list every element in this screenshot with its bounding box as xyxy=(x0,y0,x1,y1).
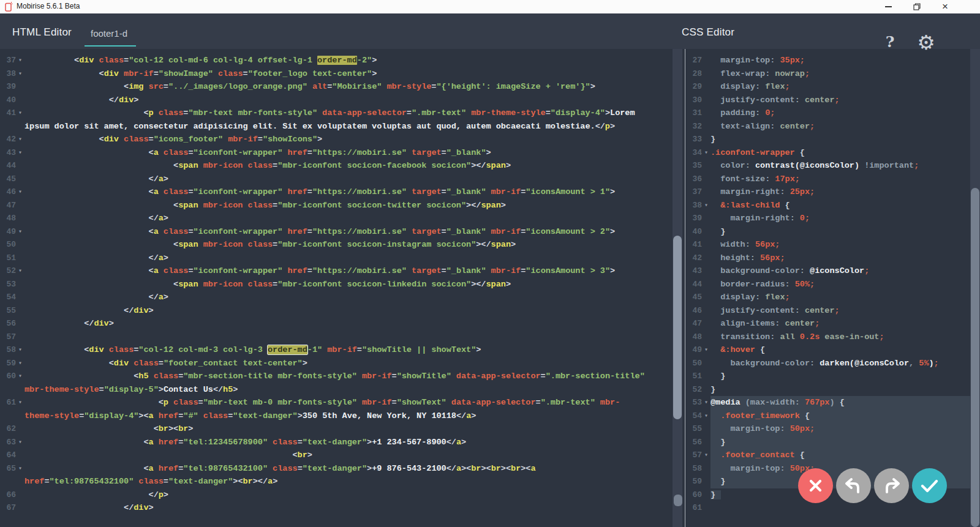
code-line[interactable]: 44 border-radius: 50%; xyxy=(686,278,971,291)
code-line[interactable]: 38▾ <div mbr-if="showImage" class="foote… xyxy=(0,67,665,81)
fold-arrow-icon[interactable]: ▾ xyxy=(16,396,24,422)
fold-arrow-icon[interactable]: ▾ xyxy=(702,146,710,160)
code-line[interactable]: 49▾ &:hover { xyxy=(686,343,971,357)
code-line[interactable]: 59▾ <div class="footer_contact text-cent… xyxy=(0,357,665,370)
code-line[interactable]: 50 <span mbr-icon class="mbr-iconfont so… xyxy=(0,238,665,252)
code-line[interactable]: 41▾ <p class="mbr-text mbr-fonts-style" … xyxy=(0,107,665,133)
code-line[interactable]: 32 text-align: center; xyxy=(686,120,971,133)
code-line[interactable]: 48 transition: all 0.2s ease-in-out; xyxy=(686,331,971,344)
code-line[interactable]: 46 justify-content: center; xyxy=(686,304,971,318)
fold-arrow-icon[interactable]: ▾ xyxy=(702,199,710,212)
fold-arrow-icon[interactable]: ▾ xyxy=(16,133,24,146)
code-line[interactable]: 46▾ <a class="iconfont-wrapper" href="ht… xyxy=(0,185,665,199)
fold-arrow-icon[interactable]: ▾ xyxy=(16,54,24,67)
code-text: </a> xyxy=(24,212,647,225)
close-button[interactable]: × xyxy=(935,0,956,13)
fold-arrow-icon[interactable]: ▾ xyxy=(16,343,24,357)
redo-button[interactable] xyxy=(874,468,909,503)
fold-arrow-icon[interactable]: ▾ xyxy=(16,436,24,449)
code-line[interactable]: 55 margin-top: 50px; xyxy=(686,422,971,436)
css-code-editor[interactable]: 27 margin-top: 35px;28 flex-wrap: nowrap… xyxy=(686,49,971,527)
code-line[interactable]: 36 font-size: 17px; xyxy=(686,173,971,186)
code-line[interactable]: 39 margin-right: 0; xyxy=(686,212,971,225)
fold-arrow-icon[interactable]: ▾ xyxy=(702,343,710,357)
code-line[interactable]: 54▾ .footer_timework { xyxy=(686,409,971,423)
code-line[interactable]: 52} xyxy=(686,383,971,397)
code-line[interactable]: 37 margin-right: 25px; xyxy=(686,185,971,199)
apply-button[interactable] xyxy=(912,468,947,503)
code-line[interactable]: 42▾ <div class="icons_footer" mbr-if="sh… xyxy=(0,133,665,146)
fold-arrow-icon[interactable]: ▾ xyxy=(16,264,24,278)
code-line[interactable]: 39 <img src="../_images/logo_orange.png"… xyxy=(0,80,665,94)
fold-arrow-icon[interactable]: ▾ xyxy=(16,107,24,133)
code-line[interactable]: 37▾ <div class="col-12 col-md-6 col-lg-4… xyxy=(0,54,665,67)
code-line[interactable]: 64 <br> xyxy=(0,449,665,462)
fold-arrow-icon[interactable]: ▾ xyxy=(16,225,24,239)
code-line[interactable]: 28 flex-wrap: nowrap; xyxy=(686,67,971,81)
code-line[interactable]: 38▾ &:last-child { xyxy=(686,199,971,212)
code-line[interactable]: 66 </p> xyxy=(0,488,665,502)
undo-button[interactable] xyxy=(836,468,871,503)
fold-arrow-icon[interactable]: ▾ xyxy=(16,146,24,160)
code-line[interactable]: 43▾ <a class="iconfont-wrapper" href="ht… xyxy=(0,146,665,160)
minimize-button[interactable] xyxy=(878,0,899,13)
code-line[interactable]: 33} xyxy=(686,133,971,146)
code-line[interactable]: 41 width: 56px; xyxy=(686,238,971,252)
code-line[interactable]: 29 display: flex; xyxy=(686,80,971,94)
code-line[interactable]: 57▾ .footer_contact { xyxy=(686,449,971,462)
css-scrollbar-thumb[interactable] xyxy=(971,188,979,527)
code-line[interactable]: 62 <br><br> xyxy=(0,422,665,436)
code-line[interactable]: 35 color: contrast(@iconsColor) !importa… xyxy=(686,159,971,173)
tab-footer1-d[interactable]: footer1-d xyxy=(85,24,136,47)
code-line[interactable]: 52▾ <a class="iconfont-wrapper" href="ht… xyxy=(0,264,665,278)
code-line[interactable]: 48 </a> xyxy=(0,212,665,225)
code-line[interactable]: 51 } xyxy=(686,370,971,383)
code-line[interactable]: 45 display: flex; xyxy=(686,291,971,304)
code-line[interactable]: 51 </a> xyxy=(0,252,665,265)
code-line[interactable]: 40 </div> xyxy=(0,94,665,107)
code-line[interactable]: 40 } xyxy=(686,225,971,239)
code-line[interactable]: 56 </div> xyxy=(0,317,665,331)
line-number: 60 xyxy=(0,370,16,396)
code-line[interactable]: 61▾ <p class="mbr-text mb-0 mbr-fonts-st… xyxy=(0,396,665,422)
scrollbar-nub[interactable] xyxy=(674,495,682,506)
html-scrollbar-thumb[interactable] xyxy=(673,236,682,419)
code-line[interactable]: 54 </a> xyxy=(0,291,665,304)
code-line[interactable]: 44 <span mbr-icon class="mbr-iconfont so… xyxy=(0,159,665,173)
code-line[interactable]: 58▾ <div class="col-12 col-md-3 col-lg-3… xyxy=(0,343,665,357)
fold-arrow-icon[interactable]: ▾ xyxy=(702,396,710,409)
fold-arrow-icon[interactable]: ▾ xyxy=(16,185,24,199)
code-line[interactable]: 65▾ <a href="tel:98765432100" class="tex… xyxy=(0,462,665,488)
code-line[interactable]: 31 padding: 0; xyxy=(686,107,971,120)
fold-arrow-icon[interactable]: ▾ xyxy=(16,357,24,370)
code-line[interactable]: 67 </div> xyxy=(0,501,665,515)
gutter: 37▾ xyxy=(0,54,24,67)
fold-arrow-icon[interactable]: ▾ xyxy=(702,449,710,462)
code-line[interactable]: 45 </a> xyxy=(0,173,665,186)
code-line[interactable]: 50 background-color: darken(@iconsColor,… xyxy=(686,357,971,370)
fold-spacer xyxy=(702,291,710,304)
code-line[interactable]: 56 } xyxy=(686,436,971,449)
restore-button[interactable] xyxy=(907,0,927,13)
code-line[interactable]: 47 align-items: center; xyxy=(686,317,971,331)
code-line[interactable]: 61 xyxy=(686,501,971,515)
code-line[interactable]: 53 <span mbr-icon class="mbr-iconfont so… xyxy=(0,278,665,291)
code-line[interactable]: 42 height: 56px; xyxy=(686,252,971,265)
code-line[interactable]: 63▾ <a href="tel:12345678900" class="tex… xyxy=(0,436,665,449)
fold-arrow-icon[interactable]: ▾ xyxy=(16,370,24,396)
code-line[interactable]: 27 margin-top: 35px; xyxy=(686,54,971,67)
code-line[interactable]: 57 xyxy=(0,331,665,344)
code-line[interactable]: 30 justify-content: center; xyxy=(686,94,971,107)
fold-arrow-icon[interactable]: ▾ xyxy=(702,409,710,423)
code-line[interactable]: 47 <span mbr-icon class="mbr-iconfont so… xyxy=(0,199,665,212)
code-line[interactable]: 60▾ <h5 class="mbr-section-title mbr-fon… xyxy=(0,370,665,396)
code-line[interactable]: 49▾ <a class="iconfont-wrapper" href="ht… xyxy=(0,225,665,239)
code-line[interactable]: 55 </div> xyxy=(0,304,665,318)
code-line[interactable]: 43 background-color: @iconsColor; xyxy=(686,264,971,278)
fold-arrow-icon[interactable]: ▾ xyxy=(16,462,24,488)
discard-button[interactable] xyxy=(798,468,833,503)
html-code-editor[interactable]: 37▾ <div class="col-12 col-md-6 col-lg-4… xyxy=(0,49,665,527)
fold-arrow-icon[interactable]: ▾ xyxy=(16,67,24,81)
code-line[interactable]: 34▾.iconfont-wrapper { xyxy=(686,146,971,160)
code-line[interactable]: 53▾@media (max-width: 767px) { xyxy=(686,396,971,409)
